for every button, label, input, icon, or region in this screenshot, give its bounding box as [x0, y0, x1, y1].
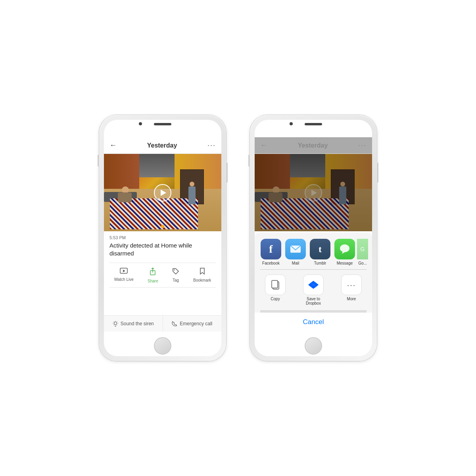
screen-1: ← Yesterday ···	[104, 137, 221, 332]
sound-siren-label: Sound the siren	[121, 321, 154, 326]
back-button-1[interactable]: ←	[109, 141, 117, 150]
back-button-2: ←	[260, 141, 267, 150]
more-options-1[interactable]: ···	[207, 141, 216, 150]
event-time: 5:53 PM	[109, 235, 216, 240]
bookmark-label: Bookmark	[193, 278, 211, 282]
screen-2: ← Yesterday ···	[255, 137, 372, 332]
share-app-mail[interactable]: Mail	[283, 239, 308, 265]
header-title-2: Yesterday	[298, 142, 328, 149]
share-action-dropbox[interactable]: Save to Dropbox	[298, 274, 328, 305]
action-share[interactable]: Share	[148, 268, 158, 283]
tag-icon	[172, 268, 179, 277]
divider-2	[109, 287, 216, 288]
tumblr-icon: t	[310, 239, 330, 259]
mail-icon	[285, 239, 306, 259]
share-app-message[interactable]: Message	[332, 239, 357, 265]
phone-camera	[139, 122, 142, 125]
header-title-1: Yesterday	[147, 142, 177, 149]
app-header-2: ← Yesterday ···	[255, 137, 372, 154]
sound-siren-button[interactable]: Sound the siren	[104, 316, 163, 332]
share-icon	[149, 268, 156, 278]
dropbox-label: Save to Dropbox	[306, 297, 321, 305]
share-app-more[interactable]: G Go...	[357, 239, 368, 265]
content-area-1: 5:53 PM Activity detected at Home while …	[104, 231, 221, 332]
more-label: More	[347, 297, 356, 301]
svg-point-3	[174, 269, 175, 270]
share-app-tumblr[interactable]: t Tumblr	[308, 239, 332, 265]
share-app-facebook[interactable]: f Facebook	[259, 239, 283, 265]
person-standing-2	[339, 186, 346, 204]
emergency-call-button[interactable]: Emergency call	[163, 316, 222, 332]
phone-screen-2: ← Yesterday ···	[255, 120, 372, 356]
play-triangle-icon-2	[311, 190, 317, 196]
share-actions-row: Copy	[255, 270, 372, 310]
video-area-1[interactable]	[104, 154, 221, 231]
phone-speaker-2	[305, 123, 322, 125]
copy-icon	[265, 274, 286, 295]
home-button-1[interactable]	[154, 337, 171, 355]
share-sheet: f Facebook	[255, 232, 372, 332]
watch-live-icon	[120, 268, 128, 276]
video-bg-2	[255, 154, 372, 231]
divider-1	[109, 263, 216, 263]
event-title: Activity detected at Home while disarmed	[109, 242, 216, 257]
more-icon: ···	[341, 274, 362, 295]
play-button-1[interactable]	[154, 184, 171, 202]
actions-row-1: Watch Live Share	[104, 266, 221, 285]
dropbox-icon	[303, 274, 324, 295]
more-app-icon: G	[357, 239, 368, 259]
action-bookmark[interactable]: Bookmark	[193, 268, 211, 283]
phones-container: ← Yesterday ···	[99, 115, 377, 361]
phone-camera-2	[290, 122, 293, 125]
share-label: Share	[148, 279, 158, 283]
phone-speaker	[154, 123, 171, 125]
mail-label: Mail	[292, 261, 299, 265]
copy-label: Copy	[271, 297, 280, 301]
bottom-actions-1: Sound the siren Emergency call	[104, 315, 221, 332]
cancel-label: Cancel	[303, 318, 324, 326]
tumblr-label: Tumblr	[314, 261, 326, 265]
svg-marker-7	[342, 251, 345, 254]
video-bg-1	[104, 154, 221, 231]
person-standing	[188, 186, 196, 204]
message-icon	[334, 239, 355, 259]
share-apps-row: f Facebook	[255, 232, 372, 269]
share-action-more[interactable]: ··· More	[336, 274, 367, 305]
app-header-1: ← Yesterday ···	[104, 137, 221, 154]
event-info: 5:53 PM Activity detected at Home while …	[104, 231, 221, 259]
more-app-label: Go...	[358, 261, 367, 265]
emergency-call-label: Emergency call	[180, 321, 212, 326]
share-action-copy[interactable]: Copy	[260, 274, 290, 305]
facebook-icon: f	[261, 239, 281, 259]
play-button-2	[305, 184, 322, 202]
svg-marker-1	[123, 270, 125, 272]
person-kneeling	[116, 186, 136, 208]
svg-point-4	[114, 322, 117, 325]
action-watch-live[interactable]: Watch Live	[114, 268, 134, 283]
facebook-label: Facebook	[262, 261, 280, 265]
svg-point-6	[340, 244, 349, 252]
phone-2: ← Yesterday ···	[250, 115, 377, 361]
video-area-2	[255, 154, 372, 231]
person-kneeling-2	[267, 186, 286, 208]
phone-1: ← Yesterday ···	[99, 115, 226, 361]
svg-rect-9	[272, 280, 278, 288]
phone-screen-1: ← Yesterday ···	[104, 120, 221, 356]
home-button-2[interactable]	[305, 337, 322, 355]
watch-live-label: Watch Live	[114, 277, 134, 282]
slide-indicator	[161, 225, 164, 228]
more-options-2: ···	[358, 141, 367, 150]
play-triangle-icon	[161, 190, 166, 196]
bookmark-icon	[200, 268, 205, 277]
tag-label: Tag	[173, 278, 179, 282]
share-cancel-button[interactable]: Cancel	[255, 313, 372, 332]
action-tag[interactable]: Tag	[172, 268, 179, 283]
share-sheet-overlay: f Facebook	[255, 232, 372, 332]
message-label: Message	[337, 261, 353, 265]
